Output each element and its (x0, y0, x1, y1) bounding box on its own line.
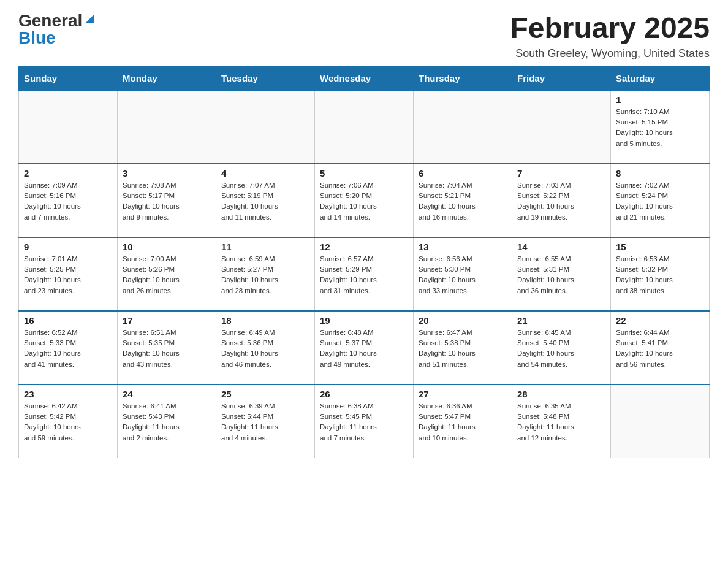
day-number: 9 (24, 242, 112, 252)
logo-triangle-icon (83, 12, 97, 25)
month-title: February 2025 (510, 12, 710, 45)
day-info: Sunrise: 7:06 AM Sunset: 5:20 PM Dayligh… (320, 180, 408, 223)
day-number: 1 (616, 94, 704, 105)
calendar-week-row: 23Sunrise: 6:42 AM Sunset: 5:42 PM Dayli… (19, 385, 710, 458)
calendar-cell: 2Sunrise: 7:09 AM Sunset: 5:16 PM Daylig… (19, 164, 118, 237)
day-info: Sunrise: 6:38 AM Sunset: 5:45 PM Dayligh… (320, 401, 408, 443)
calendar-cell (19, 90, 118, 164)
calendar-cell: 21Sunrise: 6:45 AM Sunset: 5:40 PM Dayli… (512, 311, 611, 385)
day-info: Sunrise: 6:53 AM Sunset: 5:32 PM Dayligh… (616, 254, 704, 296)
logo-general: General (18, 12, 82, 29)
day-number: 25 (221, 389, 309, 399)
day-number: 8 (616, 168, 704, 178)
day-info: Sunrise: 7:07 AM Sunset: 5:19 PM Dayligh… (221, 180, 309, 223)
calendar-cell: 17Sunrise: 6:51 AM Sunset: 5:35 PM Dayli… (118, 311, 216, 385)
day-number: 17 (123, 315, 211, 326)
calendar-cell (512, 90, 611, 164)
day-number: 6 (419, 168, 507, 178)
weekday-header-sunday: Sunday (19, 66, 118, 90)
day-number: 15 (616, 242, 704, 252)
calendar-cell: 27Sunrise: 6:36 AM Sunset: 5:47 PM Dayli… (414, 385, 512, 458)
calendar-cell: 18Sunrise: 6:49 AM Sunset: 5:36 PM Dayli… (216, 311, 315, 385)
day-info: Sunrise: 6:57 AM Sunset: 5:29 PM Dayligh… (320, 254, 408, 296)
calendar-cell: 1Sunrise: 7:10 AM Sunset: 5:15 PM Daylig… (611, 90, 710, 164)
day-info: Sunrise: 6:51 AM Sunset: 5:35 PM Dayligh… (123, 327, 211, 370)
day-number: 16 (24, 315, 112, 326)
calendar-cell: 7Sunrise: 7:03 AM Sunset: 5:22 PM Daylig… (512, 164, 611, 237)
day-number: 11 (221, 242, 309, 252)
weekday-header-wednesday: Wednesday (315, 66, 414, 90)
calendar-cell: 4Sunrise: 7:07 AM Sunset: 5:19 PM Daylig… (216, 164, 315, 237)
day-info: Sunrise: 6:47 AM Sunset: 5:38 PM Dayligh… (419, 327, 507, 370)
calendar-cell: 9Sunrise: 7:01 AM Sunset: 5:25 PM Daylig… (19, 237, 118, 311)
day-info: Sunrise: 6:48 AM Sunset: 5:37 PM Dayligh… (320, 327, 408, 370)
calendar-cell: 8Sunrise: 7:02 AM Sunset: 5:24 PM Daylig… (611, 164, 710, 237)
day-info: Sunrise: 6:41 AM Sunset: 5:43 PM Dayligh… (123, 401, 211, 443)
weekday-header-monday: Monday (118, 66, 216, 90)
calendar-cell: 24Sunrise: 6:41 AM Sunset: 5:43 PM Dayli… (118, 385, 216, 458)
weekday-header-friday: Friday (512, 66, 611, 90)
calendar-cell (611, 385, 710, 458)
weekday-header-row: SundayMondayTuesdayWednesdayThursdayFrid… (19, 66, 710, 90)
day-number: 14 (517, 242, 605, 252)
day-info: Sunrise: 6:52 AM Sunset: 5:33 PM Dayligh… (24, 327, 112, 370)
calendar-cell: 23Sunrise: 6:42 AM Sunset: 5:42 PM Dayli… (19, 385, 118, 458)
day-number: 20 (419, 315, 507, 326)
title-section: February 2025 South Greeley, Wyoming, Un… (510, 12, 710, 60)
calendar-week-row: 16Sunrise: 6:52 AM Sunset: 5:33 PM Dayli… (19, 311, 710, 385)
day-info: Sunrise: 6:55 AM Sunset: 5:31 PM Dayligh… (517, 254, 605, 296)
calendar-week-row: 1Sunrise: 7:10 AM Sunset: 5:15 PM Daylig… (19, 90, 710, 164)
day-number: 28 (517, 389, 605, 399)
weekday-header-saturday: Saturday (611, 66, 710, 90)
calendar-cell: 15Sunrise: 6:53 AM Sunset: 5:32 PM Dayli… (611, 237, 710, 311)
day-info: Sunrise: 7:04 AM Sunset: 5:21 PM Dayligh… (419, 180, 507, 223)
day-number: 3 (123, 168, 211, 178)
calendar-cell (118, 90, 216, 164)
page-header: General Blue February 2025 South Greeley… (18, 12, 710, 60)
day-info: Sunrise: 7:09 AM Sunset: 5:16 PM Dayligh… (24, 180, 112, 223)
calendar-table: SundayMondayTuesdayWednesdayThursdayFrid… (18, 66, 710, 459)
logo-blue: Blue (18, 29, 56, 47)
day-number: 5 (320, 168, 408, 178)
day-number: 24 (123, 389, 211, 399)
day-info: Sunrise: 6:45 AM Sunset: 5:40 PM Dayligh… (517, 327, 605, 370)
day-info: Sunrise: 6:56 AM Sunset: 5:30 PM Dayligh… (419, 254, 507, 296)
day-number: 23 (24, 389, 112, 399)
day-info: Sunrise: 6:36 AM Sunset: 5:47 PM Dayligh… (419, 401, 507, 443)
day-number: 19 (320, 315, 408, 326)
day-info: Sunrise: 7:02 AM Sunset: 5:24 PM Dayligh… (616, 180, 704, 223)
day-number: 7 (517, 168, 605, 178)
day-number: 4 (221, 168, 309, 178)
calendar-cell (315, 90, 414, 164)
day-info: Sunrise: 7:01 AM Sunset: 5:25 PM Dayligh… (24, 254, 112, 296)
calendar-week-row: 9Sunrise: 7:01 AM Sunset: 5:25 PM Daylig… (19, 237, 710, 311)
calendar-cell: 6Sunrise: 7:04 AM Sunset: 5:21 PM Daylig… (414, 164, 512, 237)
calendar-cell: 10Sunrise: 7:00 AM Sunset: 5:26 PM Dayli… (118, 237, 216, 311)
calendar-cell (414, 90, 512, 164)
weekday-header-tuesday: Tuesday (216, 66, 315, 90)
day-info: Sunrise: 6:49 AM Sunset: 5:36 PM Dayligh… (221, 327, 309, 370)
calendar-week-row: 2Sunrise: 7:09 AM Sunset: 5:16 PM Daylig… (19, 164, 710, 237)
calendar-cell: 22Sunrise: 6:44 AM Sunset: 5:41 PM Dayli… (611, 311, 710, 385)
calendar-cell: 26Sunrise: 6:38 AM Sunset: 5:45 PM Dayli… (315, 385, 414, 458)
day-info: Sunrise: 7:00 AM Sunset: 5:26 PM Dayligh… (123, 254, 211, 296)
calendar-cell: 20Sunrise: 6:47 AM Sunset: 5:38 PM Dayli… (414, 311, 512, 385)
calendar-cell: 19Sunrise: 6:48 AM Sunset: 5:37 PM Dayli… (315, 311, 414, 385)
day-number: 26 (320, 389, 408, 399)
day-number: 2 (24, 168, 112, 178)
calendar-cell: 13Sunrise: 6:56 AM Sunset: 5:30 PM Dayli… (414, 237, 512, 311)
day-number: 18 (221, 315, 309, 326)
calendar-cell: 14Sunrise: 6:55 AM Sunset: 5:31 PM Dayli… (512, 237, 611, 311)
day-info: Sunrise: 6:42 AM Sunset: 5:42 PM Dayligh… (24, 401, 112, 443)
calendar-cell: 12Sunrise: 6:57 AM Sunset: 5:29 PM Dayli… (315, 237, 414, 311)
day-info: Sunrise: 6:59 AM Sunset: 5:27 PM Dayligh… (221, 254, 309, 296)
calendar-cell (216, 90, 315, 164)
logo: General Blue (18, 12, 97, 47)
day-info: Sunrise: 7:08 AM Sunset: 5:17 PM Dayligh… (123, 180, 211, 223)
day-number: 10 (123, 242, 211, 252)
svg-marker-0 (86, 14, 94, 23)
day-number: 27 (419, 389, 507, 399)
day-info: Sunrise: 6:44 AM Sunset: 5:41 PM Dayligh… (616, 327, 704, 370)
day-number: 12 (320, 242, 408, 252)
day-number: 22 (616, 315, 704, 326)
